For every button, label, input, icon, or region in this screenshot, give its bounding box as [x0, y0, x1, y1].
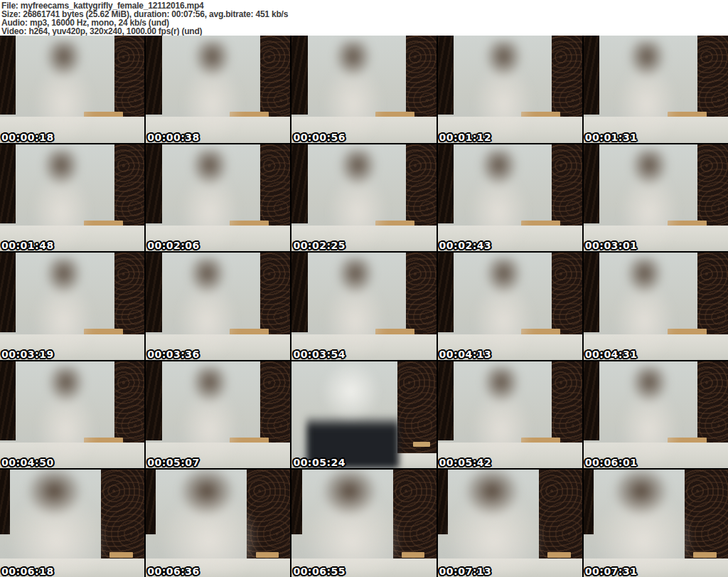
curtain-left-shape: [146, 253, 161, 332]
blurred-frame-content-placeholder: [298, 470, 411, 577]
video-thumbnail: 00:05:42: [438, 361, 582, 469]
blurred-frame-content-placeholder: [609, 366, 690, 469]
curtain-left-shape: [146, 36, 161, 115]
timestamp-overlay: 00:04:13: [439, 349, 492, 359]
video-thumbnail: 00:00:38: [146, 36, 290, 143]
blurred-frame-content-placeholder: [21, 149, 102, 252]
timestamp-overlay: 00:00:56: [293, 132, 346, 142]
video-thumbnail: 00:03:36: [146, 253, 290, 360]
blurred-frame-content-placeholder: [2, 470, 115, 577]
timestamp-overlay: 00:02:25: [293, 240, 346, 250]
video-thumbnail: 00:02:43: [438, 144, 582, 252]
timestamp-overlay: 00:04:31: [585, 349, 638, 359]
curtain-left-shape: [0, 253, 16, 332]
blurred-frame-content-placeholder: [306, 361, 399, 469]
blurred-frame-content-placeholder: [317, 149, 398, 252]
video-thumbnail: 00:05:24: [291, 361, 436, 469]
metadata-header: File: myfreecams_kattygrifly_female_1211…: [0, 0, 728, 36]
video-thumbnail: 00:01:12: [438, 36, 582, 143]
timestamp-overlay: 00:01:48: [1, 240, 54, 250]
video-line: Video: h264, yuv420p, 320x240, 1000.00 f…: [1, 27, 728, 36]
video-thumbnail: 00:06:01: [584, 361, 728, 469]
video-thumbnail: 00:02:06: [146, 144, 290, 252]
blurred-frame-content-placeholder: [440, 470, 553, 577]
video-thumbnail: 00:06:55: [291, 470, 436, 577]
blurred-frame-content-placeholder: [155, 470, 268, 577]
curtain-left-shape: [438, 361, 454, 440]
curtain-left-shape: [291, 144, 307, 223]
video-thumbnail: 00:06:18: [0, 470, 144, 577]
curtain-left-shape: [584, 253, 599, 332]
blurred-frame-content-placeholder: [171, 40, 252, 143]
curtain-left-shape: [438, 253, 454, 332]
blurred-frame-content-placeholder: [461, 366, 542, 469]
blurred-frame-content-placeholder: [606, 40, 687, 143]
timestamp-overlay: 00:02:43: [439, 240, 492, 250]
timestamp-overlay: 00:05:07: [147, 457, 200, 467]
timestamp-overlay: 00:03:54: [293, 349, 346, 359]
blurred-frame-content-placeholder: [459, 149, 540, 252]
blurred-frame-content-placeholder: [464, 257, 545, 360]
video-thumbnail: 00:01:31: [584, 36, 728, 143]
timestamp-overlay: 00:01:12: [439, 132, 492, 142]
blurred-frame-content-placeholder: [589, 470, 702, 577]
timestamp-overlay: 00:00:18: [1, 132, 54, 142]
timestamp-overlay: 00:06:55: [293, 566, 346, 576]
timestamp-overlay: 00:03:36: [147, 349, 200, 359]
video-thumbnail: 00:01:48: [0, 144, 144, 252]
timestamp-overlay: 00:05:42: [439, 457, 492, 467]
curtain-left-shape: [146, 361, 161, 440]
blurred-frame-content-placeholder: [604, 257, 685, 360]
blurred-frame-content-placeholder: [23, 257, 105, 360]
video-thumbnail: 00:03:54: [291, 253, 436, 360]
timestamp-overlay: 00:06:18: [1, 566, 54, 576]
video-value: h264, yuv420p, 320x240, 1000.00 fps(r) (…: [28, 26, 202, 36]
video-contact-sheet: File: myfreecams_kattygrifly_female_1211…: [0, 0, 728, 577]
blurred-frame-content-placeholder: [169, 149, 250, 252]
curtain-right-shape: [397, 361, 437, 469]
curtain-left-shape: [146, 144, 161, 223]
video-thumbnail: 00:04:13: [438, 253, 582, 360]
video-thumbnail: 00:04:50: [0, 361, 144, 469]
video-thumbnail: 00:05:07: [146, 361, 290, 469]
curtain-left-shape: [584, 36, 599, 115]
timestamp-overlay: 00:07:13: [439, 566, 492, 576]
curtain-left-shape: [0, 361, 16, 440]
curtain-left-shape: [584, 144, 599, 223]
blurred-frame-content-placeholder: [26, 366, 107, 469]
video-thumbnail: 00:07:31: [584, 470, 728, 577]
curtain-left-shape: [291, 36, 307, 115]
curtain-left-shape: [438, 36, 454, 115]
blurred-frame-content-placeholder: [312, 40, 393, 143]
video-thumbnail: 00:04:31: [584, 253, 728, 360]
video-label: Video:: [1, 26, 26, 36]
video-thumbnail: 00:03:19: [0, 253, 144, 360]
thumbnail-grid: 00:00:18 00:00:38 00:00:56 00:01:12: [0, 36, 728, 577]
curtain-left-shape: [584, 361, 599, 440]
timestamp-overlay: 00:06:36: [147, 566, 200, 576]
blurred-frame-content-placeholder: [23, 40, 105, 143]
video-thumbnail: 00:07:13: [438, 470, 582, 577]
video-thumbnail: 00:02:25: [291, 144, 436, 252]
blurred-frame-content-placeholder: [169, 366, 250, 469]
timestamp-overlay: 00:04:50: [1, 457, 54, 467]
timestamp-overlay: 00:03:01: [585, 240, 638, 250]
timestamp-overlay: 00:03:19: [1, 349, 54, 359]
video-thumbnail: 00:03:01: [584, 144, 728, 252]
timestamp-overlay: 00:06:01: [585, 457, 638, 467]
blurred-frame-content-placeholder: [464, 40, 545, 143]
blurred-frame-content-placeholder: [609, 149, 690, 252]
curtain-left-shape: [438, 144, 454, 223]
bedding-shape: [393, 453, 437, 468]
timestamp-overlay: 00:00:38: [147, 132, 200, 142]
blurred-frame-content-placeholder: [315, 257, 396, 360]
curtain-left-shape: [0, 36, 16, 115]
video-thumbnail: 00:06:36: [146, 470, 290, 577]
video-thumbnail: 00:00:18: [0, 36, 144, 143]
curtain-left-shape: [291, 253, 307, 332]
blurred-frame-content-placeholder: [166, 257, 247, 360]
bed-frame-shape: [413, 442, 430, 448]
timestamp-overlay: 00:05:24: [293, 457, 346, 467]
video-thumbnail: 00:00:56: [291, 36, 436, 143]
timestamp-overlay: 00:02:06: [147, 240, 200, 250]
